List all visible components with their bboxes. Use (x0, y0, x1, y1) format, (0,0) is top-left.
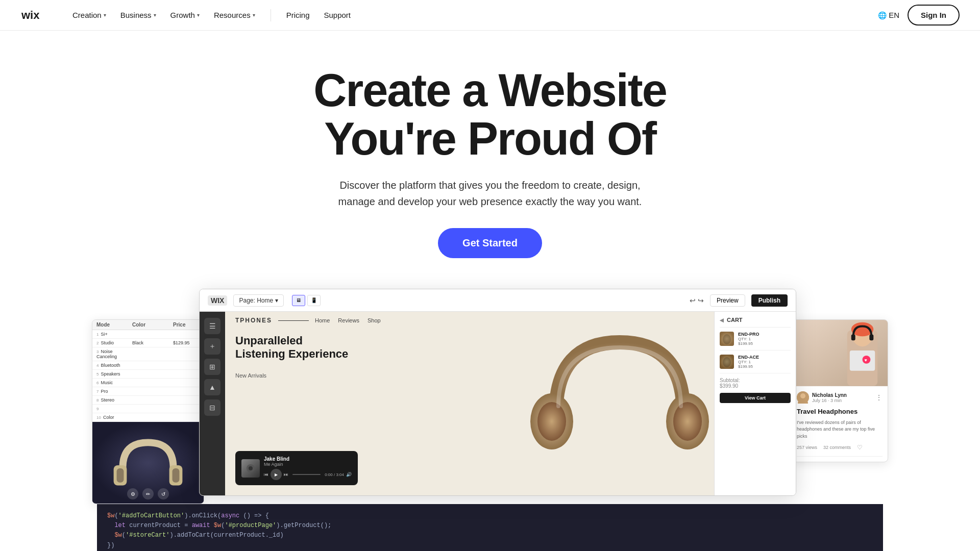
pages-icon[interactable]: ☰ (204, 318, 220, 334)
edit-icons: ⚙ ✏ ↺ (127, 488, 169, 499)
table-row: 9 (92, 405, 204, 413)
player-thumbnail (241, 459, 260, 478)
col-mode: Mode (96, 322, 132, 328)
page-selector[interactable]: Page: Home ▾ (233, 294, 284, 307)
nav-links: Creation ▾ Business ▾ Growth ▾ Resources… (67, 8, 878, 22)
sign-in-button[interactable]: Sign In (908, 5, 960, 26)
editor-body: ☰ ＋ ⊞ ▲ ⊟ TPHONES Home Reviews Shop (200, 312, 796, 495)
nav-creation[interactable]: Creation ▾ (67, 8, 111, 22)
code-line-3: $w('#storeCart').addToCart(currentProduc… (107, 531, 873, 540)
cart-item-thumbnail (720, 355, 734, 369)
blog-author-info: Nicholas Lynn July 16 · 3 min (812, 392, 872, 403)
svg-rect-21 (851, 334, 855, 340)
svg-point-11 (249, 466, 253, 470)
svg-point-26 (800, 393, 805, 398)
undo-redo: ↩ ↪ (690, 296, 704, 305)
logo[interactable]: wix (20, 8, 51, 23)
hero-title: Create a Website You're Proud Of (313, 66, 667, 163)
code-panel-wrapper: $w('#addToCartButton').onClick(async () … (0, 504, 980, 551)
author-avatar (797, 391, 809, 404)
more-options-icon[interactable]: ⋮ (875, 393, 883, 402)
svg-text:♥: ♥ (864, 358, 867, 363)
code-line-2: let currentProduct = await $w('#productP… (107, 521, 873, 531)
chevron-down-icon: ▾ (197, 12, 200, 18)
table-row: 2Studio Black $129.95 (92, 339, 204, 347)
code-line-1: $w('#addToCartButton').onClick(async () … (107, 511, 873, 521)
data-icon[interactable]: ⊟ (204, 399, 220, 416)
canvas-nav-reviews[interactable]: Reviews (338, 317, 359, 323)
get-started-button[interactable]: Get Started (438, 228, 542, 258)
blog-content: Nicholas Lynn July 16 · 3 min ⋮ Travel H… (792, 386, 888, 462)
code-line-4: }) (107, 541, 873, 550)
hero-section: Create a Website You're Proud Of Discove… (0, 31, 980, 279)
table-row: 10Color (92, 413, 204, 422)
mobile-view-btn[interactable]: 📱 (307, 295, 321, 306)
chevron-down-icon: ▾ (104, 12, 106, 18)
chevron-down-icon: ▾ (154, 12, 156, 18)
blog-stats: 257 views 32 comments ♡ (797, 444, 883, 451)
apps-icon[interactable]: ⊞ (204, 359, 220, 375)
blog-card: ♥ Nicholas Lynn July 16 · 3 min ⋮ Travel… (791, 319, 888, 462)
next-icon[interactable]: ⏭ (284, 472, 288, 477)
volume-icon[interactable]: 🔊 (346, 472, 352, 477)
cart-item-info: END-PRO QTY: 1 $199.95 (738, 332, 791, 346)
nav-support[interactable]: Support (319, 8, 356, 22)
canvas-site-name: TPHONES (235, 317, 272, 324)
play-button[interactable]: ▶ (271, 469, 282, 480)
svg-point-13 (723, 334, 731, 344)
canvas-nav-links: Home Reviews Shop (315, 317, 381, 323)
svg-rect-20 (850, 350, 875, 371)
undo-icon[interactable]: ↩ (690, 296, 696, 305)
blog-author-row: Nicholas Lynn July 16 · 3 min ⋮ (797, 391, 883, 404)
nav-pricing[interactable]: Pricing (281, 8, 315, 22)
view-toggles: 🖥 📱 (292, 295, 321, 306)
chevron-down-icon: ▾ (275, 297, 278, 304)
col-color: Color (132, 322, 173, 328)
navbar: wix Creation ▾ Business ▾ Growth ▾ Resou… (0, 0, 980, 31)
comment-count: 32 comments (823, 445, 851, 450)
preview-button[interactable]: Preview (710, 294, 745, 307)
blog-divider (797, 456, 883, 457)
media-icon[interactable]: ▲ (204, 379, 220, 395)
player-info: Jake Blind Me Again ⏮ ▶ ⏭ 0:00 / 3:04 🔊 (264, 456, 352, 480)
nav-resources[interactable]: Resources ▾ (209, 8, 260, 22)
cart-item-info: END-ACE QTY: 1 $199.95 (738, 355, 791, 369)
settings-icon[interactable]: ⚙ (127, 488, 138, 499)
svg-point-15 (723, 357, 731, 367)
publish-button[interactable]: Publish (751, 294, 788, 307)
canvas-nav-shop[interactable]: Shop (368, 317, 381, 323)
view-count: 257 views (797, 445, 817, 450)
prev-icon[interactable]: ⏮ (264, 472, 268, 477)
refresh-icon[interactable]: ↺ (158, 488, 169, 499)
language-selector[interactable]: 🌐 EN (878, 11, 899, 19)
desktop-view-btn[interactable]: 🖥 (292, 295, 305, 306)
editor-logo: WIX (208, 295, 227, 306)
cart-toggle-icon: ◀ (720, 317, 724, 323)
svg-point-9 (673, 402, 702, 441)
view-cart-button[interactable]: View Cart (720, 393, 791, 403)
chevron-down-icon: ▾ (253, 12, 255, 18)
table-row: 5Speakers (92, 370, 204, 379)
nav-growth[interactable]: Growth ▾ (165, 8, 205, 22)
table-row: 6Music (92, 379, 204, 387)
cart-item: END-ACE QTY: 1 $199.95 (720, 350, 791, 373)
svg-point-7 (537, 402, 566, 441)
svg-rect-4 (117, 468, 124, 483)
globe-icon: 🌐 (878, 11, 887, 19)
cart-subtotal: Subtotal: $399.90 (720, 378, 791, 389)
edit-icon[interactable]: ✏ (142, 488, 154, 499)
table-row: 3Noise Canceling (92, 347, 204, 361)
add-icon[interactable]: ＋ (204, 338, 220, 355)
table-row: 1Si+ (92, 330, 204, 339)
cart-panel: ◀ CART END-PRO QTY: 1 $199.95 (714, 312, 796, 495)
canvas-nav-divider (278, 320, 309, 321)
canvas-nav-home[interactable]: Home (315, 317, 330, 323)
cart-header: ◀ CART (720, 317, 791, 328)
nav-business[interactable]: Business ▾ (115, 8, 161, 22)
blog-image: ♥ (792, 320, 888, 386)
demo-area: Mode Color Price 1Si+ 2Studio Black $129… (0, 289, 980, 504)
editor-sidebar: ☰ ＋ ⊞ ▲ ⊟ (200, 312, 225, 495)
redo-icon[interactable]: ↪ (698, 296, 704, 305)
like-icon[interactable]: ♡ (857, 444, 863, 451)
svg-rect-22 (869, 334, 873, 340)
